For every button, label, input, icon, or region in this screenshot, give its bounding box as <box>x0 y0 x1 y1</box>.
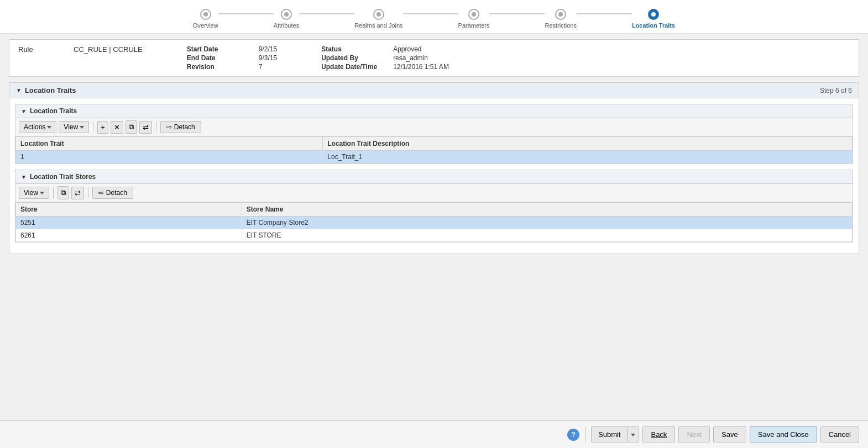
location-trait-stores-subsection: ▼ Location Trait Stores View ⧉ ⇄ <box>15 170 853 243</box>
delete-icon: ✕ <box>114 123 120 131</box>
step-circle-overview <box>200 9 211 20</box>
end-date-value: 9/3/15 <box>259 54 277 62</box>
rule-label: Rule <box>18 45 51 54</box>
stores-table: Store Store Name 5251 EIT Company Store2… <box>15 202 853 242</box>
status-label: Status <box>321 45 382 53</box>
stores-detach-label: Detach <box>106 189 127 197</box>
meta-row-revision: Revision 7 <box>187 63 277 71</box>
freeze-button[interactable]: ⧉ <box>126 120 137 134</box>
wrap-button[interactable]: ⇄ <box>139 121 152 134</box>
meta-row-status: Status Approved <box>321 45 449 53</box>
wizard-connector-4 <box>489 13 545 14</box>
view-label: View <box>64 123 78 131</box>
wizard-step-location-traits[interactable]: Location Traits <box>632 9 675 29</box>
add-icon: + <box>101 123 105 131</box>
stores-view-button[interactable]: View <box>19 187 49 199</box>
view-button[interactable]: View <box>59 121 89 133</box>
wizard-connector-1 <box>218 13 274 14</box>
detach-icon: ⇨ <box>166 123 172 131</box>
update-datetime-label: Update Date/Time <box>321 63 382 71</box>
toolbar-sep-2 <box>156 122 156 133</box>
stores-wrap-icon: ⇄ <box>75 189 81 197</box>
table-header-row: Location Trait Location Trait Descriptio… <box>16 137 853 151</box>
col-header-store-name: Store Name <box>242 203 852 217</box>
wizard-step-realms[interactable]: Realms and Joins <box>354 9 402 29</box>
step-label-attributes: Attributes <box>274 22 299 29</box>
rule-meta-status: Status Approved Updated By resa_admin Up… <box>321 45 449 71</box>
meta-row-start: Start Date 9/2/15 <box>187 45 277 53</box>
store-cell: 5251 <box>16 217 242 229</box>
wizard-step-overview[interactable]: Overview <box>193 9 218 29</box>
step-circle-location-traits <box>648 9 659 20</box>
freeze-icon: ⧉ <box>129 123 134 131</box>
stores-sep-2 <box>88 187 88 198</box>
location-traits-header: ▼ Location Traits Step 6 of 6 <box>9 83 859 98</box>
wizard-bar: Overview Attributes Realms and Joins Par… <box>0 0 868 34</box>
location-traits-subsection: ▼ Location Traits Actions View + <box>15 104 853 164</box>
view-dropdown-icon <box>80 126 84 129</box>
stores-wrap-button[interactable]: ⇄ <box>71 187 84 199</box>
step-circle-parameters <box>468 9 479 20</box>
start-date-value: 9/2/15 <box>259 45 277 53</box>
location-traits-table: Location Trait Location Trait Descriptio… <box>15 136 853 164</box>
stores-view-label: View <box>24 189 38 197</box>
table-row[interactable]: 5251 EIT Company Store2 <box>16 217 853 229</box>
main-content: Rule CC_RULE | CCRULE Start Date 9/2/15 … <box>0 34 868 415</box>
store-name-cell: EIT STORE <box>242 229 852 242</box>
wizard-step-restrictions[interactable]: Restrictions <box>545 9 576 29</box>
collapse-icon-main[interactable]: ▼ <box>16 87 22 93</box>
actions-label: Actions <box>24 123 45 131</box>
stores-toolbar: View ⧉ ⇄ ⇨ Detach <box>15 184 853 202</box>
step-circle-attributes <box>281 9 292 20</box>
location-traits-panel: ▼ Location Traits Step 6 of 6 ▼ Location… <box>9 82 859 254</box>
revision-label: Revision <box>187 63 248 71</box>
stores-header-row: Store Store Name <box>16 203 853 217</box>
add-row-button[interactable]: + <box>97 121 108 134</box>
store-name-cell: EIT Company Store2 <box>242 217 852 229</box>
update-datetime-value: 12/1/2016 1:51 AM <box>393 63 449 71</box>
wizard-steps: Overview Attributes Realms and Joins Par… <box>193 9 675 29</box>
revision-value: 7 <box>259 63 263 71</box>
table-row[interactable]: 1 Loc_Trait_1 <box>16 151 853 164</box>
detach-label: Detach <box>174 123 195 131</box>
meta-row-updated-by: Updated By resa_admin <box>321 54 449 62</box>
step-label-realms: Realms and Joins <box>354 22 402 29</box>
detach-button[interactable]: ⇨ Detach <box>160 121 201 133</box>
actions-dropdown-icon <box>47 126 51 129</box>
collapse-icon-sub2[interactable]: ▼ <box>21 174 27 180</box>
wizard-connector-5 <box>577 13 632 14</box>
col-header-description: Location Trait Description <box>323 137 853 151</box>
meta-row-update-datetime: Update Date/Time 12/1/2016 1:51 AM <box>321 63 449 71</box>
rule-meta-dates: Start Date 9/2/15 End Date 9/3/15 Revisi… <box>187 45 277 71</box>
delete-row-button[interactable]: ✕ <box>111 121 123 134</box>
table-row[interactable]: 6261 EIT STORE <box>16 229 853 242</box>
stores-detach-icon: ⇨ <box>98 189 104 197</box>
actions-button[interactable]: Actions <box>19 121 56 133</box>
stores-freeze-button[interactable]: ⧉ <box>57 186 69 199</box>
wrap-icon: ⇄ <box>143 123 149 131</box>
location-traits-title: ▼ Location Traits <box>16 86 76 94</box>
step-label-overview: Overview <box>193 22 218 29</box>
store-cell: 6261 <box>16 229 242 242</box>
step-label-restrictions: Restrictions <box>545 22 576 29</box>
start-date-label: Start Date <box>187 45 248 53</box>
stores-sep-1 <box>53 187 54 198</box>
updated-by-label: Updated By <box>321 54 382 62</box>
wizard-connector-3 <box>403 13 458 14</box>
stores-detach-button[interactable]: ⇨ Detach <box>92 187 133 199</box>
col-header-trait: Location Trait <box>16 137 323 151</box>
wizard-step-attributes[interactable]: Attributes <box>274 9 299 29</box>
toolbar-sep-1 <box>93 122 93 133</box>
location-traits-sub-title: Location Traits <box>30 107 77 115</box>
section-title-text: Location Traits <box>25 86 76 94</box>
wizard-step-parameters[interactable]: Parameters <box>458 9 490 29</box>
updated-by-value: resa_admin <box>393 54 428 62</box>
collapse-icon-sub1[interactable]: ▼ <box>21 108 27 114</box>
location-trait-stores-header: ▼ Location Trait Stores <box>15 170 853 184</box>
stores-freeze-icon: ⧉ <box>61 188 66 197</box>
stores-view-dropdown-icon <box>40 192 44 194</box>
status-value: Approved <box>393 45 421 53</box>
step-label-parameters: Parameters <box>458 22 490 29</box>
end-date-label: End Date <box>187 54 248 62</box>
meta-row-end: End Date 9/3/15 <box>187 54 277 62</box>
